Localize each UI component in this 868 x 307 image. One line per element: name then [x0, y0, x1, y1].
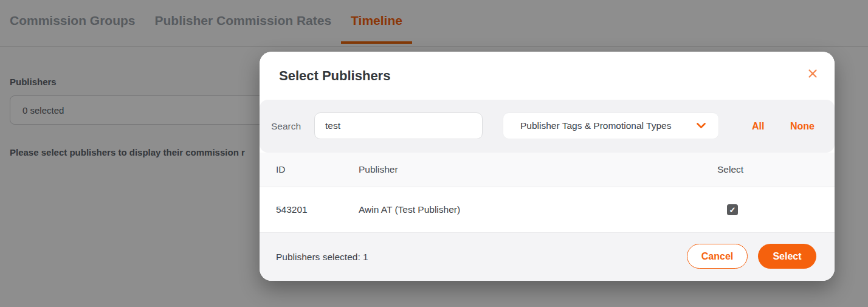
select-all-link[interactable]: All — [752, 121, 764, 132]
screen: Commission Groups Publisher Commission R… — [0, 0, 868, 307]
search-input[interactable] — [314, 112, 483, 139]
publishers-selected-count: Publishers selected: 1 — [276, 252, 368, 263]
modal-title: Select Publishers — [279, 68, 390, 84]
row-select-checkbox[interactable]: ✓ — [727, 204, 738, 215]
column-header-publisher: Publisher — [359, 164, 398, 175]
cancel-button[interactable]: Cancel — [687, 244, 748, 269]
filter-dropdown[interactable]: Publisher Tags & Promotional Types — [503, 112, 719, 139]
filter-bar: Search Publisher Tags & Promotional Type… — [260, 100, 835, 153]
modal-footer: Publishers selected: 1 Cancel Select — [260, 233, 835, 281]
column-header-id: ID — [276, 164, 286, 175]
select-none-link[interactable]: None — [790, 121, 815, 132]
select-button[interactable]: Select — [758, 244, 816, 269]
row-publisher-value: Awin AT (Test Publisher) — [359, 204, 460, 215]
table-row: 543201 Awin AT (Test Publisher) ✓ — [260, 187, 835, 233]
search-label: Search — [271, 121, 301, 132]
chevron-down-icon — [697, 123, 706, 129]
modal-header: Select Publishers — [260, 52, 835, 100]
table-header-row: ID Publisher Select — [260, 153, 835, 187]
select-publishers-modal: Select Publishers Search Publisher Tags … — [260, 52, 835, 281]
column-header-select: Select — [717, 164, 743, 175]
row-id-value: 543201 — [276, 204, 308, 215]
close-icon — [808, 69, 818, 78]
close-button[interactable] — [807, 67, 819, 80]
checkmark-icon: ✓ — [729, 206, 736, 214]
filter-dropdown-value: Publisher Tags & Promotional Types — [520, 120, 671, 131]
